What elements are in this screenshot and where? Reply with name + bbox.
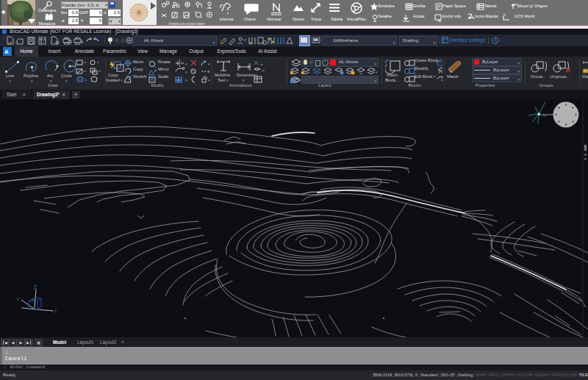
svg-text:Y: Y [16,297,20,302]
svg-text:▾: ▾ [185,62,187,66]
svg-text:▾: ▾ [185,78,187,82]
svg-text:▾: ▾ [208,70,210,74]
svg-text:Z: Z [34,284,37,290]
svg-text:▾: ▾ [441,70,442,74]
svg-text:▾: ▾ [376,70,378,74]
svg-text:▾: ▾ [208,78,210,82]
svg-text:X: X [54,309,57,314]
svg-text:▾: ▾ [208,62,210,66]
svg-text:▾: ▾ [441,78,442,82]
svg-text:▾: ▾ [185,70,187,74]
svg-text:P: P [437,4,441,10]
